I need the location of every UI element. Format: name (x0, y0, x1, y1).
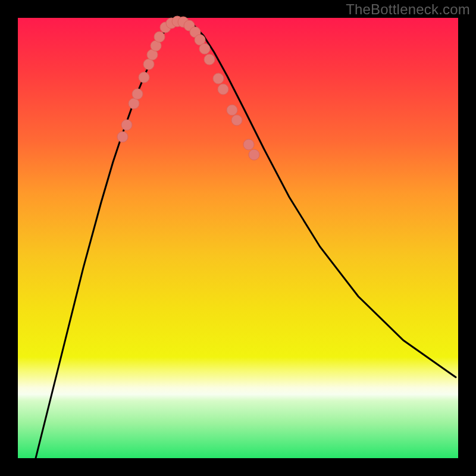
data-dot (139, 72, 149, 83)
outer-frame: TheBottleneck.com (0, 0, 476, 476)
plot-area (18, 18, 458, 458)
data-dot (213, 73, 224, 84)
data-dot (117, 131, 128, 142)
data-dot (218, 84, 228, 95)
data-dot (243, 139, 254, 150)
data-dot (204, 54, 215, 65)
data-dot (231, 115, 242, 126)
data-dot (227, 105, 237, 115)
data-dot (129, 98, 139, 109)
data-dot (154, 32, 165, 42)
data-dot (121, 120, 132, 130)
watermark-text: TheBottleneck.com (346, 1, 470, 18)
bottleneck-curve (36, 21, 456, 458)
data-dot (199, 43, 210, 54)
data-dot (143, 59, 154, 70)
curve-svg (18, 18, 458, 458)
data-dot (249, 149, 259, 160)
data-dot (132, 89, 143, 99)
